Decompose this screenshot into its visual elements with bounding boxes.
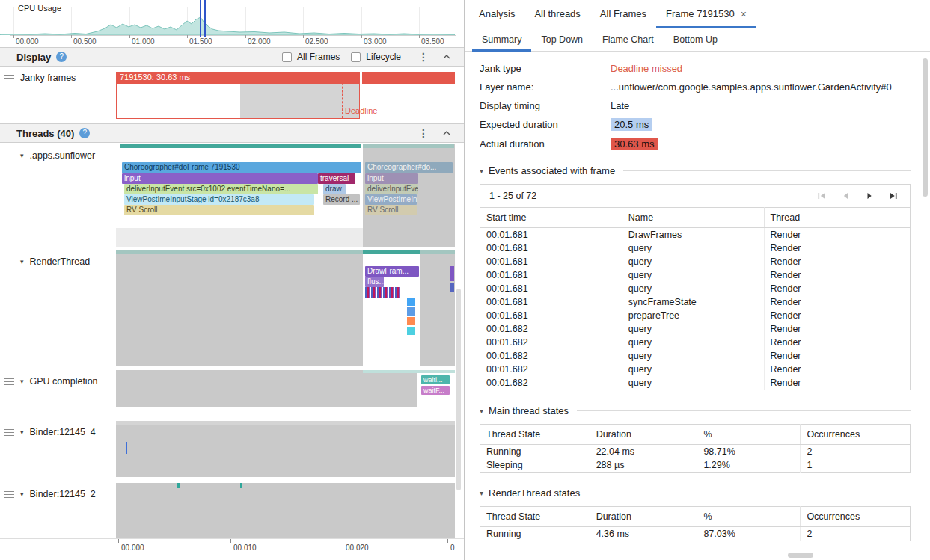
trace-event-bar[interactable] (240, 483, 242, 488)
thread-timeline[interactable] (116, 483, 455, 538)
trace-event-bar[interactable]: draw (323, 184, 346, 194)
drag-handle-icon[interactable] (4, 259, 14, 266)
trace-event-bar[interactable]: traversal (318, 173, 355, 184)
states-table-row[interactable]: Running 4.36 ms 87.03% 2 (480, 527, 911, 541)
selection-end-handle[interactable] (204, 0, 206, 37)
thread-label-cell[interactable]: ▾ Binder:12145_4 (0, 421, 116, 477)
thread-timeline[interactable]: DrawFram... flus... (116, 250, 455, 366)
events-table-row[interactable]: 00:01.681 prepareTree Render (480, 309, 911, 322)
trace-event-bar[interactable] (177, 483, 180, 488)
thread-timeline[interactable] (116, 421, 455, 477)
collapse-chevron-icon[interactable] (440, 53, 453, 61)
janky-frame-bar-overrun[interactable] (362, 72, 455, 84)
first-page-icon[interactable] (817, 191, 826, 200)
column-header[interactable]: Thread State (480, 425, 590, 445)
thread-timeline[interactable]: Choreographer#doFrame 7191530 input trav… (116, 144, 455, 247)
tab-frame-7191530[interactable]: Frame 7191530 × (656, 0, 756, 28)
events-section-header[interactable]: ▾ Events associated with frame (480, 165, 911, 176)
events-table-row[interactable]: 00:01.682 query Render (480, 336, 911, 349)
trace-event-bar[interactable] (450, 283, 454, 292)
janky-frame-bar[interactable]: 7191530: 30.63 ms (116, 72, 360, 83)
thread-label-cell[interactable]: ▾ GPU completion (0, 370, 116, 407)
events-table-row[interactable]: 00:01.682 query Render (480, 322, 911, 336)
states-table-row[interactable]: Running 22.04 ms 98.71% 2 (480, 445, 911, 459)
events-table-row[interactable]: 00:01.681 query Render (480, 268, 911, 282)
kebab-menu-icon[interactable]: ⋮ (412, 127, 435, 139)
renderthread-states-header[interactable]: ▾ RenderThread states (480, 487, 911, 499)
kebab-menu-icon[interactable]: ⋮ (412, 51, 435, 63)
trace-event-bar[interactable]: waiti... (421, 375, 450, 384)
trace-event-bar-dim[interactable]: RV Scroll (365, 205, 417, 215)
previous-page-icon[interactable] (841, 191, 850, 200)
events-table-row[interactable]: 00:01.682 query Render (480, 376, 911, 390)
expand-caret-icon[interactable]: ▾ (20, 428, 24, 436)
column-header[interactable]: Thread State (480, 507, 590, 527)
column-header[interactable]: Occurrences (801, 425, 911, 445)
thread-label-cell[interactable]: ▾ RenderThread (0, 250, 116, 366)
tab-all-frames[interactable]: All Frames (590, 0, 656, 28)
events-table-row[interactable]: 00:01.681 syncFrameState Render (480, 295, 911, 309)
events-table-row[interactable]: 00:01.681 query Render (480, 255, 911, 268)
drag-handle-icon[interactable] (4, 429, 14, 437)
trace-event-bar[interactable]: RV Scroll (124, 205, 314, 215)
horizontal-scrollbar-thumb[interactable] (788, 553, 813, 558)
trace-event-bar-dim[interactable]: deliverInputEven... (365, 184, 418, 194)
column-header[interactable]: Thread (764, 208, 911, 228)
trace-event-bar[interactable] (407, 327, 415, 335)
subtab-summary[interactable]: Summary (472, 28, 531, 51)
column-header[interactable]: Duration (590, 507, 697, 527)
events-table-row[interactable]: 00:01.682 query Render (480, 363, 911, 376)
column-header[interactable]: Duration (590, 425, 697, 445)
collapse-caret-icon[interactable]: ▾ (480, 489, 483, 497)
trace-event-bar[interactable] (126, 442, 127, 454)
states-table-row[interactable]: Sleeping 288 µs 1.29% 1 (480, 458, 911, 473)
help-icon[interactable]: ? (56, 52, 67, 62)
trace-event-bar[interactable] (407, 298, 415, 306)
events-table-row[interactable]: 00:01.681 DrawFrames Render (480, 228, 911, 242)
collapse-caret-icon[interactable]: ▾ (480, 167, 483, 175)
events-table-row[interactable]: 00:01.681 query Render (480, 282, 911, 295)
events-table-row[interactable]: 00:01.681 query Render (480, 241, 911, 255)
thread-timeline[interactable]: waiti... waitF... (116, 370, 455, 407)
trace-event-bar[interactable]: ViewPostImeInputStage id=0x2187c3a8 (124, 194, 314, 205)
expand-caret-icon[interactable]: ▾ (20, 258, 24, 265)
expand-caret-icon[interactable]: ▾ (20, 378, 24, 385)
events-table-row[interactable]: 00:01.682 query Render (480, 349, 911, 363)
trace-event-bar-dim[interactable]: ViewPostImeInp... (365, 194, 417, 205)
all-frames-checkbox[interactable] (282, 52, 292, 62)
lifecycle-checkbox[interactable] (351, 52, 361, 62)
tab-analysis[interactable]: Analysis (469, 0, 524, 28)
collapse-caret-icon[interactable]: ▾ (480, 407, 483, 415)
trace-event-bar[interactable]: DrawFram... (365, 266, 419, 277)
close-tab-icon[interactable]: × (741, 9, 747, 19)
trace-event-bar[interactable]: input (122, 173, 318, 184)
trace-event-bar[interactable]: flus... (365, 277, 384, 287)
expand-caret-icon[interactable]: ▾ (20, 490, 24, 498)
trace-event-bar[interactable]: Record ... (323, 194, 360, 205)
column-header[interactable]: % (697, 507, 801, 527)
trace-event-bar[interactable]: waitF... (421, 386, 450, 395)
subtab-top-down[interactable]: Top Down (531, 28, 593, 51)
expand-caret-icon[interactable]: ▾ (20, 152, 24, 159)
tab-all-threads[interactable]: All threads (524, 0, 590, 28)
drag-handle-icon[interactable] (4, 491, 14, 499)
column-header[interactable]: Start time (480, 208, 622, 228)
drag-handle-icon[interactable] (4, 75, 14, 82)
trace-event-bar-dim[interactable]: input (365, 173, 418, 184)
trace-event-bar[interactable]: deliverInputEvent src=0x1002 eventTimeNa… (124, 184, 318, 194)
column-header[interactable]: Name (622, 208, 764, 228)
last-page-icon[interactable] (889, 191, 898, 200)
trace-event-bar[interactable] (407, 317, 415, 325)
collapse-chevron-icon[interactable] (440, 129, 453, 137)
help-icon[interactable]: ? (79, 128, 90, 138)
thread-label-cell[interactable]: ▾ .apps.sunflower (0, 144, 116, 247)
main-thread-states-header[interactable]: ▾ Main thread states (480, 405, 911, 416)
column-header[interactable]: % (697, 425, 801, 445)
subtab-flame-chart[interactable]: Flame Chart (593, 28, 664, 51)
thread-label-cell[interactable]: ▾ Binder:12145_2 (0, 483, 116, 538)
trace-event-bar[interactable] (407, 307, 415, 316)
trace-event-cluster[interactable] (365, 287, 400, 298)
trace-event-bar-dim[interactable]: Choreographer#do... (365, 162, 453, 173)
janky-frames-label-cell[interactable]: Janky frames (0, 67, 116, 123)
selection-start-handle[interactable] (200, 0, 201, 37)
